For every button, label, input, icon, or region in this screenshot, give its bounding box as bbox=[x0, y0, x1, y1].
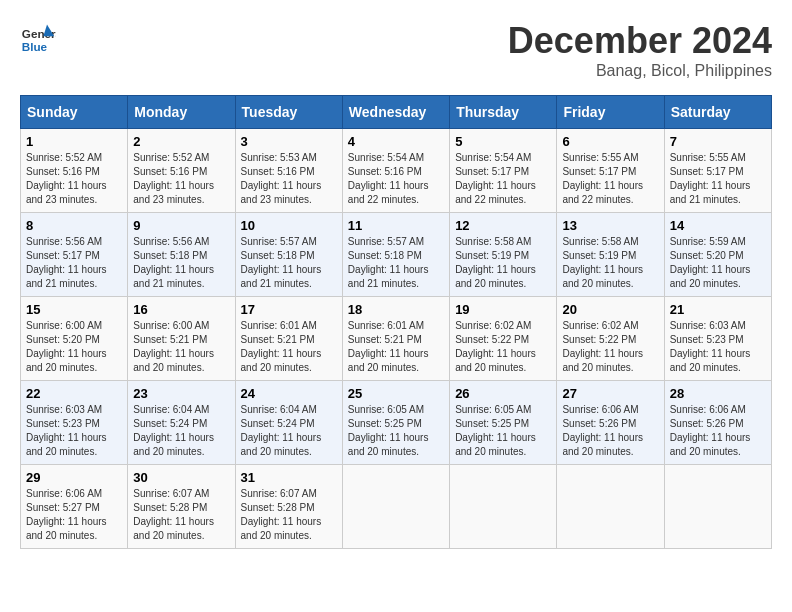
calendar-cell: 31Sunrise: 6:07 AMSunset: 5:28 PMDayligh… bbox=[235, 465, 342, 549]
day-info: Sunrise: 6:06 AMSunset: 5:26 PMDaylight:… bbox=[562, 403, 658, 459]
day-number: 9 bbox=[133, 218, 229, 233]
calendar-cell: 28Sunrise: 6:06 AMSunset: 5:26 PMDayligh… bbox=[664, 381, 771, 465]
calendar-cell bbox=[664, 465, 771, 549]
day-info: Sunrise: 5:54 AMSunset: 5:16 PMDaylight:… bbox=[348, 151, 444, 207]
day-info: Sunrise: 6:01 AMSunset: 5:21 PMDaylight:… bbox=[241, 319, 337, 375]
calendar-cell: 27Sunrise: 6:06 AMSunset: 5:26 PMDayligh… bbox=[557, 381, 664, 465]
day-info: Sunrise: 6:06 AMSunset: 5:26 PMDaylight:… bbox=[670, 403, 766, 459]
day-number: 26 bbox=[455, 386, 551, 401]
day-info: Sunrise: 5:57 AMSunset: 5:18 PMDaylight:… bbox=[348, 235, 444, 291]
calendar-cell: 8Sunrise: 5:56 AMSunset: 5:17 PMDaylight… bbox=[21, 213, 128, 297]
day-number: 10 bbox=[241, 218, 337, 233]
month-title: December 2024 bbox=[508, 20, 772, 62]
day-number: 20 bbox=[562, 302, 658, 317]
calendar-cell: 5Sunrise: 5:54 AMSunset: 5:17 PMDaylight… bbox=[450, 129, 557, 213]
calendar-cell: 19Sunrise: 6:02 AMSunset: 5:22 PMDayligh… bbox=[450, 297, 557, 381]
title-block: December 2024 Banag, Bicol, Philippines bbox=[508, 20, 772, 80]
calendar-week-3: 15Sunrise: 6:00 AMSunset: 5:20 PMDayligh… bbox=[21, 297, 772, 381]
calendar-cell: 3Sunrise: 5:53 AMSunset: 5:16 PMDaylight… bbox=[235, 129, 342, 213]
day-number: 14 bbox=[670, 218, 766, 233]
day-info: Sunrise: 5:58 AMSunset: 5:19 PMDaylight:… bbox=[455, 235, 551, 291]
day-info: Sunrise: 6:00 AMSunset: 5:21 PMDaylight:… bbox=[133, 319, 229, 375]
header-wednesday: Wednesday bbox=[342, 96, 449, 129]
calendar-cell: 4Sunrise: 5:54 AMSunset: 5:16 PMDaylight… bbox=[342, 129, 449, 213]
day-info: Sunrise: 6:06 AMSunset: 5:27 PMDaylight:… bbox=[26, 487, 122, 543]
calendar-cell: 21Sunrise: 6:03 AMSunset: 5:23 PMDayligh… bbox=[664, 297, 771, 381]
calendar-cell: 13Sunrise: 5:58 AMSunset: 5:19 PMDayligh… bbox=[557, 213, 664, 297]
calendar-cell: 7Sunrise: 5:55 AMSunset: 5:17 PMDaylight… bbox=[664, 129, 771, 213]
day-info: Sunrise: 5:58 AMSunset: 5:19 PMDaylight:… bbox=[562, 235, 658, 291]
day-info: Sunrise: 5:54 AMSunset: 5:17 PMDaylight:… bbox=[455, 151, 551, 207]
calendar-cell: 15Sunrise: 6:00 AMSunset: 5:20 PMDayligh… bbox=[21, 297, 128, 381]
calendar-cell: 22Sunrise: 6:03 AMSunset: 5:23 PMDayligh… bbox=[21, 381, 128, 465]
calendar-cell bbox=[557, 465, 664, 549]
calendar-cell: 1Sunrise: 5:52 AMSunset: 5:16 PMDaylight… bbox=[21, 129, 128, 213]
day-info: Sunrise: 6:03 AMSunset: 5:23 PMDaylight:… bbox=[670, 319, 766, 375]
day-number: 11 bbox=[348, 218, 444, 233]
day-info: Sunrise: 5:52 AMSunset: 5:16 PMDaylight:… bbox=[26, 151, 122, 207]
logo: General Blue bbox=[20, 20, 56, 56]
day-number: 29 bbox=[26, 470, 122, 485]
day-number: 12 bbox=[455, 218, 551, 233]
day-number: 1 bbox=[26, 134, 122, 149]
day-number: 15 bbox=[26, 302, 122, 317]
calendar-cell: 17Sunrise: 6:01 AMSunset: 5:21 PMDayligh… bbox=[235, 297, 342, 381]
calendar-cell: 20Sunrise: 6:02 AMSunset: 5:22 PMDayligh… bbox=[557, 297, 664, 381]
day-info: Sunrise: 6:00 AMSunset: 5:20 PMDaylight:… bbox=[26, 319, 122, 375]
header-thursday: Thursday bbox=[450, 96, 557, 129]
day-info: Sunrise: 5:56 AMSunset: 5:18 PMDaylight:… bbox=[133, 235, 229, 291]
calendar-cell: 14Sunrise: 5:59 AMSunset: 5:20 PMDayligh… bbox=[664, 213, 771, 297]
day-number: 17 bbox=[241, 302, 337, 317]
day-info: Sunrise: 5:55 AMSunset: 5:17 PMDaylight:… bbox=[670, 151, 766, 207]
day-number: 5 bbox=[455, 134, 551, 149]
day-number: 31 bbox=[241, 470, 337, 485]
day-info: Sunrise: 5:57 AMSunset: 5:18 PMDaylight:… bbox=[241, 235, 337, 291]
day-info: Sunrise: 5:56 AMSunset: 5:17 PMDaylight:… bbox=[26, 235, 122, 291]
calendar-week-2: 8Sunrise: 5:56 AMSunset: 5:17 PMDaylight… bbox=[21, 213, 772, 297]
day-number: 18 bbox=[348, 302, 444, 317]
day-info: Sunrise: 6:02 AMSunset: 5:22 PMDaylight:… bbox=[455, 319, 551, 375]
day-number: 13 bbox=[562, 218, 658, 233]
day-number: 24 bbox=[241, 386, 337, 401]
svg-text:Blue: Blue bbox=[22, 40, 48, 53]
day-info: Sunrise: 6:05 AMSunset: 5:25 PMDaylight:… bbox=[348, 403, 444, 459]
day-info: Sunrise: 5:52 AMSunset: 5:16 PMDaylight:… bbox=[133, 151, 229, 207]
day-number: 8 bbox=[26, 218, 122, 233]
calendar-week-4: 22Sunrise: 6:03 AMSunset: 5:23 PMDayligh… bbox=[21, 381, 772, 465]
page-header: General Blue December 2024 Banag, Bicol,… bbox=[20, 20, 772, 80]
day-number: 28 bbox=[670, 386, 766, 401]
calendar-cell: 12Sunrise: 5:58 AMSunset: 5:19 PMDayligh… bbox=[450, 213, 557, 297]
day-number: 27 bbox=[562, 386, 658, 401]
calendar-cell: 30Sunrise: 6:07 AMSunset: 5:28 PMDayligh… bbox=[128, 465, 235, 549]
day-number: 4 bbox=[348, 134, 444, 149]
day-info: Sunrise: 6:05 AMSunset: 5:25 PMDaylight:… bbox=[455, 403, 551, 459]
day-number: 3 bbox=[241, 134, 337, 149]
calendar-cell: 23Sunrise: 6:04 AMSunset: 5:24 PMDayligh… bbox=[128, 381, 235, 465]
calendar-cell: 26Sunrise: 6:05 AMSunset: 5:25 PMDayligh… bbox=[450, 381, 557, 465]
calendar-cell: 10Sunrise: 5:57 AMSunset: 5:18 PMDayligh… bbox=[235, 213, 342, 297]
day-number: 16 bbox=[133, 302, 229, 317]
day-info: Sunrise: 6:04 AMSunset: 5:24 PMDaylight:… bbox=[133, 403, 229, 459]
day-info: Sunrise: 5:55 AMSunset: 5:17 PMDaylight:… bbox=[562, 151, 658, 207]
day-number: 21 bbox=[670, 302, 766, 317]
calendar-cell: 2Sunrise: 5:52 AMSunset: 5:16 PMDaylight… bbox=[128, 129, 235, 213]
header-saturday: Saturday bbox=[664, 96, 771, 129]
day-number: 7 bbox=[670, 134, 766, 149]
calendar-header-row: SundayMondayTuesdayWednesdayThursdayFrid… bbox=[21, 96, 772, 129]
header-tuesday: Tuesday bbox=[235, 96, 342, 129]
day-info: Sunrise: 5:59 AMSunset: 5:20 PMDaylight:… bbox=[670, 235, 766, 291]
calendar-cell bbox=[342, 465, 449, 549]
calendar-week-5: 29Sunrise: 6:06 AMSunset: 5:27 PMDayligh… bbox=[21, 465, 772, 549]
day-number: 25 bbox=[348, 386, 444, 401]
day-info: Sunrise: 6:07 AMSunset: 5:28 PMDaylight:… bbox=[133, 487, 229, 543]
header-monday: Monday bbox=[128, 96, 235, 129]
header-friday: Friday bbox=[557, 96, 664, 129]
calendar-week-1: 1Sunrise: 5:52 AMSunset: 5:16 PMDaylight… bbox=[21, 129, 772, 213]
day-info: Sunrise: 5:53 AMSunset: 5:16 PMDaylight:… bbox=[241, 151, 337, 207]
logo-icon: General Blue bbox=[20, 20, 56, 56]
day-number: 19 bbox=[455, 302, 551, 317]
calendar-cell: 9Sunrise: 5:56 AMSunset: 5:18 PMDaylight… bbox=[128, 213, 235, 297]
header-sunday: Sunday bbox=[21, 96, 128, 129]
calendar-cell: 6Sunrise: 5:55 AMSunset: 5:17 PMDaylight… bbox=[557, 129, 664, 213]
day-number: 2 bbox=[133, 134, 229, 149]
